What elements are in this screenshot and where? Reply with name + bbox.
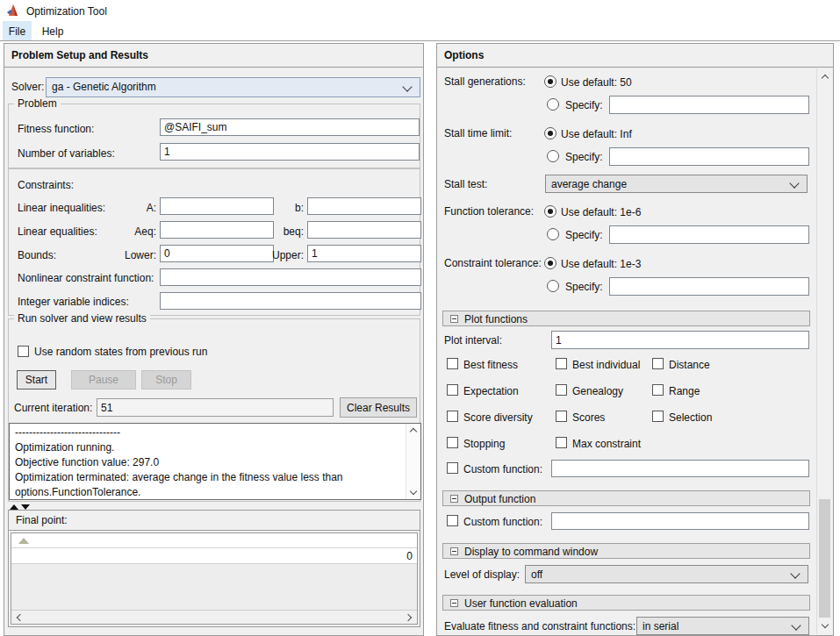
chevron-down-icon (402, 82, 412, 91)
scrollbar-thumb[interactable] (819, 499, 830, 618)
scroll-down-icon[interactable] (410, 488, 417, 495)
beq-input[interactable] (307, 221, 421, 239)
selection-checkbox[interactable] (652, 411, 664, 422)
constraint-tolerance-specify-input[interactable] (609, 277, 809, 296)
num-variables-label: Number of variables: (18, 147, 115, 160)
function-tolerance-specify-radio[interactable] (547, 228, 559, 240)
evaluate-functions-label: Evaluate fitness and constraint function… (444, 620, 635, 632)
plot-interval-input[interactable] (551, 331, 809, 349)
user-eval-section-bar[interactable]: User function evaluation (442, 595, 810, 611)
stall-time-specify-input[interactable] (609, 147, 809, 166)
stall-time-specify-radio[interactable] (547, 150, 559, 162)
log-line: Optimization terminated: average change … (15, 470, 415, 485)
stall-generations-specify-label: Specify: (565, 99, 603, 111)
chevron-down-icon (791, 620, 801, 630)
collapse-icon[interactable] (450, 315, 458, 323)
function-tolerance-default-radio[interactable] (544, 205, 556, 218)
log-vertical-scrollbar[interactable] (406, 424, 420, 499)
constraint-tolerance-specify-radio[interactable] (547, 280, 559, 292)
output-custom-function-checkbox[interactable] (447, 515, 458, 526)
scores-checkbox[interactable] (556, 411, 567, 422)
a-input[interactable] (160, 197, 274, 215)
plot-functions-section-bar[interactable]: Plot functions (442, 311, 810, 326)
stall-test-dropdown[interactable]: average change (545, 175, 808, 193)
scroll-down-icon[interactable] (822, 621, 829, 628)
clear-results-button[interactable]: Clear Results (340, 397, 417, 418)
best-individual-label: Best individual (572, 359, 640, 371)
scroll-left-icon[interactable] (17, 614, 24, 621)
score-diversity-checkbox[interactable] (447, 411, 458, 422)
distance-label: Distance (669, 359, 710, 371)
table-horizontal-scrollbar[interactable] (11, 610, 417, 624)
chevron-down-icon (790, 568, 800, 578)
solver-log-area[interactable]: ------------------------------ Optimizat… (9, 423, 421, 500)
linear-equalities-label: Linear equalities: (18, 225, 97, 238)
current-iteration-field (97, 398, 334, 417)
best-individual-checkbox[interactable] (556, 358, 567, 369)
b-label: b: (267, 202, 304, 214)
b-input[interactable] (307, 197, 421, 215)
max-constraint-checkbox[interactable] (556, 437, 567, 448)
best-fitness-checkbox[interactable] (447, 358, 458, 369)
evaluate-functions-value: in serial (643, 620, 678, 632)
options-vertical-scrollbar[interactable] (816, 68, 832, 634)
menu-help[interactable]: Help (36, 21, 69, 41)
scroll-up-icon[interactable] (410, 428, 417, 435)
sort-arrow-icon (18, 538, 29, 544)
distance-checkbox[interactable] (652, 358, 664, 369)
stall-generations-default-radio[interactable] (544, 75, 556, 88)
problem-groupbox: Problem Fitness function: Number of vari… (8, 104, 420, 168)
stall-test-value: average change (551, 178, 627, 190)
aeq-input[interactable] (160, 221, 274, 239)
display-section-title: Display to command window (464, 546, 598, 558)
stall-time-label: Stall time limit: (444, 127, 512, 139)
expectation-label: Expectation (463, 385, 519, 397)
stall-generations-specify-input[interactable] (609, 96, 809, 114)
stall-time-default-radio[interactable] (544, 127, 556, 139)
stall-time-specify-label: Specify: (565, 151, 603, 163)
plot-custom-function-input[interactable] (551, 460, 809, 477)
run-solver-groupbox: Run solver and view results Use random s… (8, 318, 420, 502)
stopping-checkbox[interactable] (447, 437, 458, 448)
plot-custom-function-checkbox[interactable] (447, 462, 458, 474)
solver-dropdown[interactable]: ga - Genetic Algorithm (46, 77, 420, 97)
best-fitness-label: Best fitness (463, 359, 518, 371)
plot-interval-label: Plot interval: (444, 334, 502, 347)
menu-file[interactable]: File (3, 21, 32, 41)
scroll-up-icon[interactable] (822, 75, 829, 82)
collapse-icon[interactable] (450, 547, 458, 555)
upper-label: Upper: (267, 249, 304, 261)
collapse-icon[interactable] (450, 599, 458, 607)
range-checkbox[interactable] (652, 384, 664, 396)
constraint-tolerance-default-radio[interactable] (544, 257, 556, 269)
level-of-display-dropdown[interactable]: off (525, 565, 808, 583)
evaluate-functions-dropdown[interactable]: in serial (636, 617, 809, 635)
output-custom-function-input[interactable] (551, 512, 809, 530)
output-function-section-bar[interactable]: Output function (442, 490, 810, 506)
start-button[interactable]: Start (17, 370, 56, 389)
function-tolerance-label: Function tolerance: (444, 205, 534, 218)
problem-setup-panel: Problem Setup and Results Solver: ga - G… (4, 43, 424, 636)
table-header-row[interactable] (11, 533, 417, 547)
bounds-label: Bounds: (18, 249, 56, 261)
expectation-checkbox[interactable] (447, 384, 458, 396)
scroll-right-icon[interactable] (405, 614, 412, 621)
fitness-function-input[interactable] (160, 118, 420, 136)
linear-inequalities-label: Linear inequalities: (18, 202, 105, 214)
collapse-icon[interactable] (450, 495, 458, 503)
random-states-checkbox[interactable] (18, 346, 29, 357)
integer-indices-input[interactable] (160, 292, 421, 310)
lower-bound-input[interactable] (160, 245, 274, 262)
max-constraint-label: Max constraint (572, 438, 641, 450)
nonlinear-constraint-input[interactable] (160, 268, 421, 286)
upper-bound-input[interactable] (307, 245, 421, 262)
stall-generations-specify-radio[interactable] (547, 98, 559, 111)
chevron-down-icon (789, 178, 799, 188)
output-custom-function-label: Custom function: (463, 516, 542, 528)
stop-button: Stop (141, 370, 191, 389)
num-variables-input[interactable] (160, 143, 420, 161)
display-section-bar[interactable]: Display to command window (442, 543, 810, 559)
log-line: Objective function value: 297.0 (15, 455, 415, 470)
genealogy-checkbox[interactable] (556, 384, 567, 396)
function-tolerance-specify-input[interactable] (609, 225, 809, 244)
